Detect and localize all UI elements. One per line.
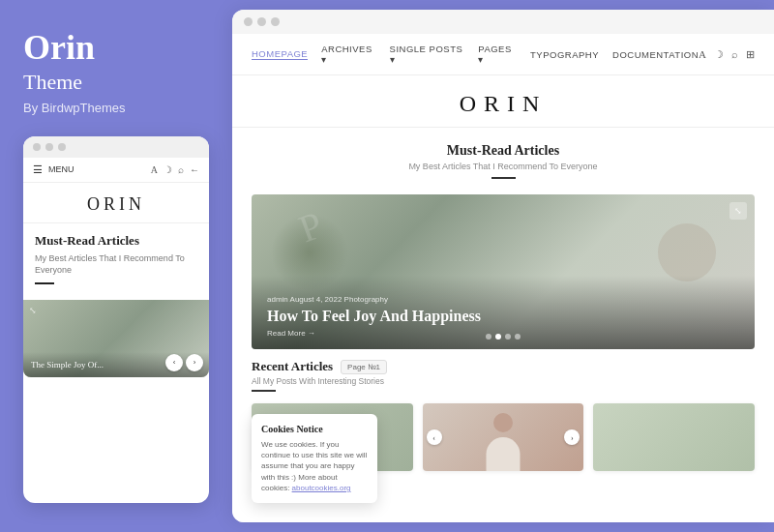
dot-slide-3 xyxy=(505,334,511,340)
main-content-area: Must-Read Articles My Best Articles That… xyxy=(232,128,774,522)
card-next-button[interactable]: › xyxy=(564,429,580,445)
cookies-title: Cookies Notice xyxy=(261,424,368,434)
grid-icon[interactable]: ⊞ xyxy=(746,48,755,61)
hamburger-icon: ☰ xyxy=(33,163,43,176)
mini-nav: ☰ MENU A ☽ ⌕ ← xyxy=(23,158,209,183)
article-card-3 xyxy=(593,403,755,471)
featured-meta: admin August 4, 2022 Photography xyxy=(267,295,739,304)
next-arrow-button[interactable]: › xyxy=(186,354,203,371)
brand-byline: By BirdwpThemes xyxy=(23,101,209,115)
card-image-2: ‹ › xyxy=(423,403,584,471)
recent-divider xyxy=(252,390,276,392)
hero-subtitle: My Best Articles That I Recommend To Eve… xyxy=(252,162,755,171)
mini-content: Must-Read Articles My Best Articles That… xyxy=(23,223,209,300)
nav-pages[interactable]: PAGES ▾ xyxy=(478,44,517,65)
brand-name: Orin xyxy=(23,29,209,68)
font-size-icon: A xyxy=(151,164,158,175)
mini-section-title: Must-Read Articles xyxy=(35,233,197,249)
dot-2 xyxy=(45,143,53,151)
mini-browser-bar xyxy=(23,136,209,158)
mini-nav-left: ☰ MENU xyxy=(33,163,74,176)
left-panel: Orin Theme By BirdwpThemes ☰ MENU A ☽ ⌕ … xyxy=(0,0,232,532)
night-mode-icon[interactable]: ☽ xyxy=(714,48,724,61)
search-icon[interactable]: ⌕ xyxy=(178,164,184,175)
browser-bar xyxy=(232,10,774,34)
featured-title: How To Feel Joy And Happiness xyxy=(267,308,739,325)
mini-section-sub: My Best Articles That I Recommend To Eve… xyxy=(35,252,197,277)
mini-divider xyxy=(35,282,54,284)
hero-section: Must-Read Articles My Best Articles That… xyxy=(232,128,774,194)
browser-content: HOMEPAGE ARCHIVES ▾ SINGLE POSTS ▾ PAGES… xyxy=(232,34,774,522)
back-icon[interactable]: ← xyxy=(190,164,199,175)
nav-right-icons: A ☽ ⌕ ⊞ xyxy=(699,48,755,61)
expand-featured-button[interactable]: ⤡ xyxy=(729,202,747,220)
nav-archives[interactable]: ARCHIVES ▾ xyxy=(321,44,375,65)
mini-nav-right: A ☽ ⌕ ← xyxy=(151,164,199,175)
nav-typography[interactable]: TYPOGRAPHY xyxy=(530,49,599,60)
recent-section: Recent Articles Page №1 All My Posts Wit… xyxy=(232,349,774,403)
dot-slide-1 xyxy=(486,334,491,340)
browser-dot-3 xyxy=(271,17,280,26)
card-prev-button[interactable]: ‹ xyxy=(427,429,442,445)
nav-homepage[interactable]: HOMEPAGE xyxy=(252,48,308,60)
cookies-notice: Cookies Notice We use cookies. If you co… xyxy=(252,414,377,503)
article-card-2: ‹ › xyxy=(423,403,584,471)
card-image-3 xyxy=(593,403,755,471)
site-logo: ORIN xyxy=(232,91,774,117)
brand-title: Orin Theme By BirdwpThemes xyxy=(23,29,209,115)
prev-arrow-button[interactable]: ‹ xyxy=(165,354,183,371)
mini-browser-card: ☰ MENU A ☽ ⌕ ← ORIN Must-Read Articles M… xyxy=(23,136,209,503)
search-nav-icon[interactable]: ⌕ xyxy=(731,48,738,60)
featured-dots xyxy=(486,334,521,340)
nav-single-posts[interactable]: SINGLE POSTS ▾ xyxy=(390,44,465,65)
page-badge: Page №1 xyxy=(341,360,387,374)
hero-divider xyxy=(491,177,516,179)
browser-dot-2 xyxy=(257,17,266,26)
right-browser-panel: HOMEPAGE ARCHIVES ▾ SINGLE POSTS ▾ PAGES… xyxy=(232,10,774,522)
featured-image: P ⤡ admin August 4, 2022 Photography How… xyxy=(252,194,755,349)
site-nav: HOMEPAGE ARCHIVES ▾ SINGLE POSTS ▾ PAGES… xyxy=(232,34,774,75)
cookies-link[interactable]: aboutcookies.org xyxy=(292,484,351,492)
browser-dot-1 xyxy=(244,17,253,26)
recent-subtitle: All My Posts With Interesting Stories xyxy=(252,376,755,386)
mini-menu-label: MENU xyxy=(48,164,74,174)
person-body xyxy=(487,437,521,471)
expand-icon[interactable]: ⤡ xyxy=(29,306,37,315)
mini-site-logo: ORIN xyxy=(23,194,209,215)
brand-subtitle: Theme xyxy=(23,70,209,95)
dot-slide-4 xyxy=(515,334,521,340)
hero-title: Must-Read Articles xyxy=(252,143,755,159)
dot-slide-2 xyxy=(495,334,501,340)
recent-left: Recent Articles Page №1 All My Posts Wit… xyxy=(252,359,755,396)
cookies-text: We use cookies. If you continue to use t… xyxy=(261,439,368,493)
dot-1 xyxy=(33,143,41,151)
mini-featured-image: ⤡ The Simple Joy Of... ‹ › xyxy=(23,300,209,377)
nav-documentation[interactable]: DOCUMENTATION xyxy=(612,49,699,60)
mini-nav-arrows: ‹ › xyxy=(165,354,203,371)
nav-links: HOMEPAGE ARCHIVES ▾ SINGLE POSTS ▾ PAGES… xyxy=(252,44,699,65)
recent-title: Recent Articles xyxy=(252,359,333,374)
font-icon[interactable]: A xyxy=(699,48,706,60)
site-header: ORIN xyxy=(232,75,774,128)
dark-mode-icon: ☽ xyxy=(164,164,172,175)
dot-3 xyxy=(58,143,66,151)
person-head xyxy=(493,413,513,432)
mini-logo-area: ORIN xyxy=(23,183,209,223)
circle-decoration xyxy=(658,223,716,281)
